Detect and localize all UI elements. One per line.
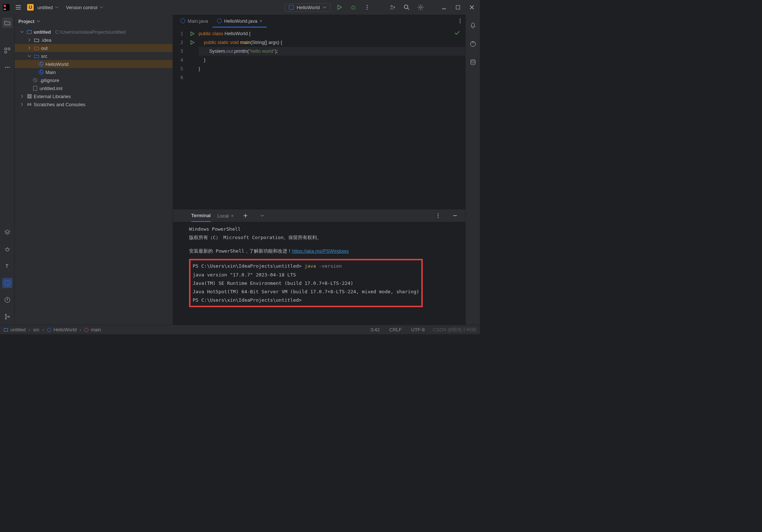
debug-button[interactable] bbox=[348, 2, 358, 12]
tab-main-java[interactable]: Main.java bbox=[176, 15, 212, 27]
node-label: src bbox=[41, 53, 47, 59]
problems-tool-icon[interactable] bbox=[2, 295, 12, 305]
line-separator[interactable]: CRLF bbox=[389, 327, 402, 332]
code-with-me-icon[interactable] bbox=[388, 2, 398, 12]
svg-rect-2 bbox=[4, 9, 6, 10]
module-icon bbox=[26, 29, 32, 34]
settings-icon[interactable] bbox=[415, 2, 426, 12]
tree-item-gitignore[interactable]: .gitignore bbox=[15, 76, 173, 84]
more-icon[interactable] bbox=[362, 2, 372, 12]
terminal-tab-local[interactable]: Local × bbox=[217, 209, 234, 222]
breadcrumb-src[interactable]: src bbox=[33, 327, 39, 332]
code-content[interactable]: public class HelloWorld { public static … bbox=[199, 28, 465, 209]
caret-position[interactable]: 3:42 bbox=[370, 327, 380, 332]
project-tree[interactable]: untitled C:\Users\xin\IdeaProjects\untit… bbox=[15, 28, 173, 325]
git-tool-icon[interactable] bbox=[2, 312, 12, 322]
class-icon: C bbox=[38, 70, 44, 75]
svg-point-19 bbox=[6, 248, 9, 251]
class-icon: C bbox=[38, 62, 44, 67]
project-panel-header[interactable]: Project bbox=[15, 15, 173, 28]
new-terminal-icon[interactable] bbox=[240, 211, 251, 221]
breadcrumb-class[interactable]: HelloWorld bbox=[47, 327, 77, 332]
svg-point-5 bbox=[367, 5, 368, 6]
inspection-ok-icon[interactable] bbox=[454, 30, 460, 36]
expand-toggle-icon[interactable] bbox=[19, 103, 25, 106]
tree-item-src[interactable]: src bbox=[15, 52, 173, 60]
terminal-dropdown-icon[interactable] bbox=[257, 211, 267, 221]
expand-toggle-icon[interactable] bbox=[19, 94, 25, 98]
svg-rect-1 bbox=[4, 5, 6, 7]
run-config-selector[interactable]: HelloWorld bbox=[285, 3, 330, 12]
node-label: out bbox=[41, 45, 48, 51]
svg-point-8 bbox=[391, 5, 393, 7]
svg-point-41 bbox=[471, 60, 475, 61]
terminal-tool-icon[interactable] bbox=[2, 278, 12, 288]
tree-root[interactable]: untitled C:\Users\xin\IdeaProjects\untit… bbox=[15, 28, 173, 36]
tree-item-scratch[interactable]: Scratches and Consoles bbox=[15, 100, 173, 108]
minimize-button[interactable] bbox=[439, 2, 449, 12]
search-icon[interactable] bbox=[402, 2, 412, 12]
file-encoding[interactable]: UTF-8 bbox=[411, 327, 425, 332]
svg-point-4 bbox=[352, 6, 355, 9]
project-name-dropdown[interactable]: untitled bbox=[37, 5, 59, 10]
chevron-down-icon bbox=[323, 5, 326, 9]
tree-item-out[interactable]: out bbox=[15, 44, 173, 52]
project-badge: U bbox=[27, 4, 34, 11]
svg-rect-26 bbox=[27, 30, 32, 34]
hide-terminal-icon[interactable] bbox=[450, 211, 460, 221]
tab-helloworld-java[interactable]: HelloWorld.java × bbox=[212, 15, 267, 27]
terminal-more-icon[interactable] bbox=[433, 211, 443, 221]
tree-item-iml[interactable]: untitled.iml bbox=[15, 84, 173, 92]
folder-icon bbox=[34, 45, 40, 51]
svg-point-43 bbox=[47, 328, 51, 332]
terminal-output[interactable]: Windows PowerShell 版权所有（C） Microsoft Cor… bbox=[173, 222, 465, 325]
project-panel-title: Project bbox=[18, 19, 34, 24]
expand-toggle-icon[interactable] bbox=[19, 30, 25, 34]
svg-rect-13 bbox=[5, 48, 7, 50]
breadcrumb-project[interactable]: untitled bbox=[4, 327, 26, 332]
run-button[interactable] bbox=[334, 2, 344, 12]
tree-item-helloworld[interactable]: C HelloWorld bbox=[15, 60, 173, 68]
tab-more-icon[interactable] bbox=[455, 16, 465, 26]
close-tab-icon[interactable]: × bbox=[259, 18, 262, 24]
expand-toggle-icon[interactable] bbox=[26, 54, 32, 58]
breadcrumb-method[interactable]: main bbox=[84, 327, 101, 332]
code-editor[interactable]: 1 2 3 4 5 6 public class HelloWorld { pu… bbox=[173, 28, 465, 209]
database-icon[interactable] bbox=[468, 57, 478, 67]
close-button[interactable] bbox=[467, 2, 477, 12]
breadcrumb-separator: › bbox=[42, 327, 44, 332]
ai-assistant-icon[interactable] bbox=[468, 39, 478, 49]
tree-item-main[interactable]: C Main bbox=[15, 68, 173, 76]
expand-toggle-icon[interactable] bbox=[26, 38, 32, 42]
tree-item-idea[interactable]: .idea bbox=[15, 36, 173, 44]
structure-tool-icon[interactable] bbox=[2, 45, 12, 56]
expand-toggle-icon[interactable] bbox=[26, 46, 32, 50]
maximize-button[interactable] bbox=[453, 2, 463, 12]
run-gutter-icon[interactable] bbox=[190, 31, 195, 36]
project-tool-icon[interactable] bbox=[2, 18, 12, 28]
notifications-icon[interactable] bbox=[468, 21, 478, 31]
project-panel: Project untitled C:\Users\xin\IdeaProjec… bbox=[15, 15, 173, 325]
debug-tool-icon[interactable] bbox=[2, 244, 12, 254]
svg-rect-15 bbox=[5, 51, 7, 53]
terminal-header: Terminal Local × bbox=[173, 209, 465, 222]
tab-label: Main.java bbox=[188, 18, 208, 24]
terminal-title[interactable]: Terminal bbox=[191, 209, 211, 222]
main-menu-icon[interactable] bbox=[13, 2, 23, 12]
svg-point-24 bbox=[5, 318, 7, 319]
vcs-dropdown[interactable]: Version control bbox=[66, 5, 103, 10]
build-tool-icon[interactable]: T bbox=[2, 261, 12, 271]
module-icon bbox=[4, 328, 8, 332]
close-tab-icon[interactable]: × bbox=[231, 213, 234, 219]
services-tool-icon[interactable] bbox=[2, 227, 12, 238]
status-bar: untitled › src › HelloWorld › main 3:42 … bbox=[0, 325, 480, 334]
titlebar: U untitled Version control HelloWorld bbox=[0, 0, 480, 15]
svg-rect-21 bbox=[5, 281, 10, 285]
powershell-link[interactable]: https://aka.ms/PSWindows bbox=[292, 248, 349, 254]
run-gutter-icon[interactable] bbox=[190, 40, 195, 45]
node-label: .idea bbox=[41, 37, 51, 43]
more-tools-icon[interactable] bbox=[2, 62, 12, 72]
tree-item-external[interactable]: External Libraries bbox=[15, 92, 173, 100]
source-folder-icon bbox=[34, 53, 40, 59]
svg-point-35 bbox=[460, 19, 460, 19]
